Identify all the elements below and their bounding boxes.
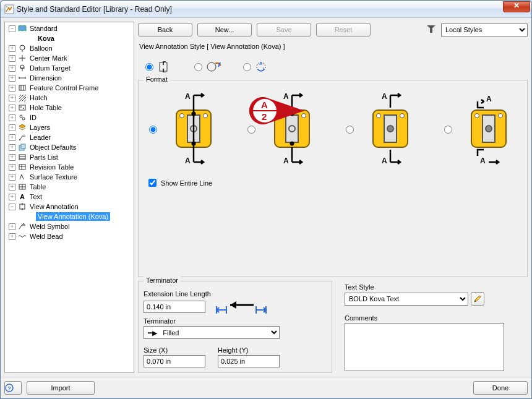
save-button: Save — [257, 23, 311, 36]
format-option-2[interactable]: A A — [244, 93, 323, 165]
tree-item[interactable]: Dimension — [28, 74, 64, 82]
show-entire-line-checkbox[interactable] — [148, 179, 157, 187]
app-icon — [4, 4, 14, 14]
close-button[interactable]: ✕ — [503, 1, 530, 12]
tree-item[interactable]: Datum Target — [28, 64, 72, 72]
tree-item[interactable]: Hole Table — [28, 103, 64, 112]
viewannotation-icon — [18, 202, 27, 211]
new-button[interactable]: New... — [197, 23, 252, 36]
format-thumb-3: A A — [359, 93, 421, 165]
expand-toggle[interactable]: + — [9, 114, 15, 121]
expand-toggle[interactable]: + — [9, 223, 15, 230]
expand-toggle[interactable]: + — [9, 55, 15, 62]
svg-point-59 — [475, 114, 479, 118]
tree-item[interactable]: Table — [28, 182, 48, 191]
svg-point-45 — [290, 112, 294, 116]
format-option-4[interactable]: A A — [441, 93, 520, 165]
expand-toggle[interactable]: + — [9, 65, 15, 72]
revtable-icon — [18, 163, 27, 171]
textstyle-dropdown[interactable]: BOLD Kova Text — [345, 293, 468, 306]
tab-section-radio[interactable] — [145, 63, 153, 71]
format-radio-3[interactable] — [346, 126, 354, 134]
expand-toggle[interactable]: + — [9, 75, 15, 82]
expand-toggle[interactable]: + — [9, 184, 15, 191]
hatch-icon — [18, 93, 27, 102]
expand-toggle[interactable]: + — [9, 194, 15, 200]
balloon-icon — [18, 44, 27, 53]
tree-view-annotation-child[interactable]: View Annotation (Kova) — [36, 212, 110, 221]
svg-point-15 — [23, 108, 24, 109]
done-button[interactable]: Done — [473, 381, 528, 395]
expand-toggle[interactable]: + — [9, 95, 15, 101]
svg-point-60 — [499, 114, 503, 118]
tree-item[interactable]: Parts List — [28, 153, 60, 161]
help-button[interactable]: ? — [4, 381, 22, 395]
format-thumb-4: A A — [458, 93, 520, 165]
format-legend: Format — [144, 75, 170, 83]
tree-item[interactable]: Balloon — [28, 44, 54, 53]
tree-root[interactable]: Standard — [28, 24, 59, 33]
filter-icon[interactable] — [426, 25, 436, 35]
format-radio-1[interactable] — [149, 126, 157, 134]
format-option-3[interactable]: A A — [343, 93, 421, 165]
objectdefaults-icon — [18, 143, 27, 152]
tree-active-standard[interactable]: Kova — [36, 34, 56, 43]
svg-point-43 — [278, 114, 283, 118]
style-tree[interactable]: − Standard Kova — [4, 22, 134, 373]
expand-toggle[interactable]: + — [9, 105, 15, 111]
terminator-dropdown[interactable]: ━▶ Filled — [144, 326, 280, 339]
expand-toggle[interactable]: − — [9, 25, 15, 32]
format-radio-4[interactable] — [444, 126, 452, 134]
format-option-1[interactable]: A A — [146, 93, 225, 165]
tab-detail[interactable] — [194, 61, 221, 72]
svg-point-51 — [387, 126, 393, 132]
centermark-icon — [18, 54, 27, 62]
expand-toggle[interactable]: + — [9, 134, 15, 141]
tree-item[interactable]: Center Mark — [28, 54, 69, 62]
tree-item[interactable]: Feature Control Frame — [28, 84, 100, 92]
svg-text:?: ? — [7, 385, 11, 392]
expand-toggle[interactable]: − — [9, 204, 15, 210]
comments-textarea[interactable] — [345, 323, 504, 371]
tree-weld-bead[interactable]: Weld Bead — [28, 232, 65, 241]
tab-aux-radio[interactable] — [243, 63, 251, 71]
import-button[interactable]: Import — [27, 381, 95, 395]
ext-len-input[interactable] — [144, 301, 205, 313]
tree-item[interactable]: Text — [28, 192, 44, 201]
tree-item[interactable]: Revision Table — [28, 163, 75, 171]
svg-text:A: A — [283, 157, 289, 165]
tree-item[interactable]: Leader — [28, 133, 53, 142]
tree-item[interactable]: ID — [28, 113, 38, 122]
expand-toggle[interactable]: + — [9, 174, 15, 181]
expand-toggle[interactable]: + — [9, 144, 15, 151]
weldbead-icon — [18, 232, 27, 241]
expand-toggle[interactable]: + — [9, 85, 15, 92]
svg-point-16 — [20, 115, 22, 118]
svg-text:A: A — [283, 93, 289, 101]
tree-weld-symbol[interactable]: Weld Symbol — [28, 222, 72, 231]
expand-toggle[interactable]: + — [9, 233, 15, 240]
size-input[interactable] — [144, 355, 205, 367]
tree-item[interactable]: Hatch — [28, 93, 49, 102]
format-radio-2[interactable] — [247, 126, 255, 134]
styles-filter-dropdown[interactable]: Local Styles — [441, 24, 528, 36]
tab-detail-radio[interactable] — [194, 63, 202, 71]
tab-section[interactable] — [145, 61, 172, 72]
edit-textstyle-button[interactable] — [471, 292, 484, 306]
svg-rect-24 — [19, 165, 25, 169]
tree-view-annotation[interactable]: View Annotation — [28, 202, 80, 211]
tree-item[interactable]: Layers — [28, 123, 52, 132]
tab-aux[interactable]: A — [243, 61, 270, 72]
back-button[interactable]: Back — [138, 23, 192, 36]
tree-item[interactable]: Surface Texture — [28, 173, 79, 181]
expand-toggle[interactable]: + — [9, 124, 15, 131]
expand-toggle[interactable]: + — [9, 154, 15, 161]
expand-toggle[interactable]: + — [9, 45, 15, 52]
svg-point-36 — [192, 112, 196, 116]
format-group: Format — [138, 80, 528, 277]
svg-point-46 — [290, 142, 294, 146]
height-input[interactable] — [218, 355, 280, 367]
tree-item[interactable]: Object Defaults — [28, 143, 78, 152]
expand-toggle[interactable]: + — [9, 164, 15, 171]
svg-point-34 — [180, 114, 184, 118]
